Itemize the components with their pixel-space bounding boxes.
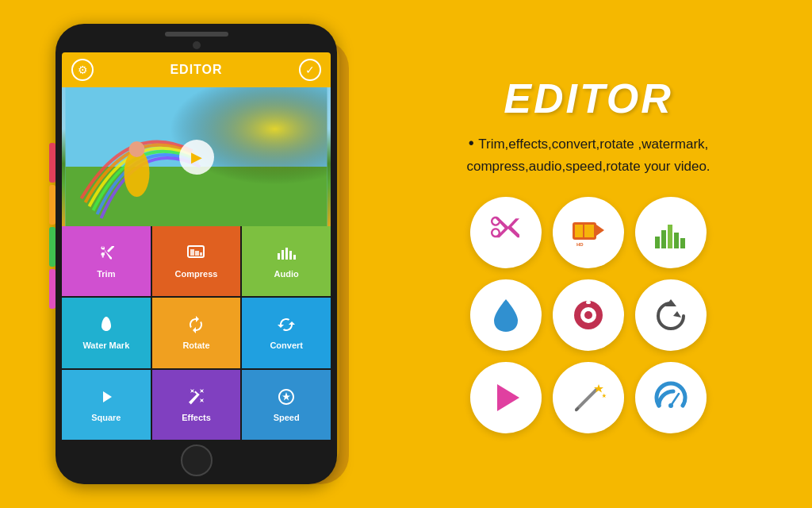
- svg-rect-6: [190, 249, 194, 256]
- convert-icon: [277, 315, 296, 337]
- feature-replay-circle: [635, 279, 707, 351]
- svg-marker-14: [103, 391, 112, 402]
- rotate-label: Rotate: [182, 341, 209, 350]
- video-preview[interactable]: ▶: [62, 87, 331, 226]
- svg-rect-24: [680, 238, 685, 248]
- feature-scissors-circle: [470, 197, 542, 268]
- speed-icon-phone: [277, 387, 296, 410]
- audio-button[interactable]: Audio: [242, 226, 331, 296]
- feature-play-circle: [470, 362, 542, 433]
- replay-icon: [651, 295, 691, 335]
- svg-rect-20: [655, 237, 660, 248]
- confirm-icon[interactable]: ✓: [299, 59, 321, 81]
- feature-audio-circle: [635, 197, 707, 268]
- record-icon: [569, 295, 608, 335]
- trim-icon: [97, 244, 116, 266]
- effects-label: Effects: [182, 413, 211, 422]
- svg-marker-18: [596, 225, 604, 236]
- svg-marker-35: [602, 393, 607, 398]
- convert-button[interactable]: Convert: [242, 298, 331, 368]
- rotate-icon: [186, 315, 205, 337]
- square-icon: [97, 387, 116, 410]
- gauge-icon: [651, 378, 691, 418]
- svg-line-32: [576, 390, 596, 410]
- phone-home-button[interactable]: [181, 444, 213, 476]
- svg-marker-30: [673, 311, 681, 318]
- effects-button[interactable]: Effects: [152, 370, 241, 440]
- water-drop-icon: [486, 295, 526, 335]
- compress-label: Compress: [175, 269, 218, 279]
- svg-line-37: [671, 394, 679, 406]
- magic-wand-icon: [569, 378, 608, 418]
- svg-rect-21: [661, 230, 666, 248]
- square-label: Square: [91, 413, 121, 422]
- compress-button[interactable]: Compress: [152, 226, 241, 296]
- phone-camera: [193, 41, 201, 49]
- phone-header: ⚙ EDITOR ✓: [62, 52, 331, 87]
- info-section: EDITOR Trim,effects,convert,rotate ,wate…: [365, 75, 780, 433]
- watermark-label: Water Mark: [82, 341, 129, 350]
- convert-label: Convert: [270, 341, 303, 350]
- play-icon: [486, 378, 526, 418]
- square-button[interactable]: Square: [62, 370, 151, 440]
- phone-speaker: [165, 32, 228, 37]
- trim-button[interactable]: Trim: [62, 226, 151, 296]
- strip-2: [49, 185, 56, 225]
- phone-section: ⚙ EDITOR ✓: [32, 16, 365, 492]
- svg-rect-11: [285, 248, 288, 260]
- trim-label: Trim: [97, 269, 115, 279]
- strip-3: [49, 227, 56, 267]
- svg-rect-23: [674, 233, 679, 248]
- audio-bars-icon: [651, 213, 691, 252]
- svg-rect-12: [289, 251, 292, 260]
- phone-header-title: EDITOR: [170, 63, 222, 77]
- svg-rect-9: [278, 253, 280, 260]
- speed-label: Speed: [274, 413, 300, 422]
- scissors-icon: [486, 213, 526, 252]
- settings-icon[interactable]: ⚙: [71, 59, 94, 81]
- effects-icon: [186, 387, 205, 410]
- svg-point-27: [584, 311, 592, 319]
- strip-1: [49, 143, 56, 183]
- strip-4: [49, 269, 56, 309]
- audio-label: Audio: [274, 269, 299, 279]
- phone-strips: [49, 143, 56, 309]
- svg-rect-22: [668, 225, 672, 248]
- svg-rect-8: [200, 252, 202, 256]
- svg-rect-28: [586, 301, 591, 304]
- svg-point-4: [129, 141, 145, 157]
- svg-rect-13: [293, 255, 296, 260]
- audio-icon: [277, 244, 296, 266]
- svg-rect-16: [575, 225, 583, 237]
- phone-device: ⚙ EDITOR ✓: [56, 24, 337, 484]
- feature-convert-circle: HD: [553, 197, 624, 268]
- svg-rect-10: [282, 250, 284, 260]
- feature-water-circle: [470, 279, 542, 351]
- compress-icon: [186, 244, 205, 266]
- feature-gauge-circle: [635, 362, 707, 433]
- video-play-button[interactable]: ▶: [179, 140, 214, 175]
- svg-rect-7: [195, 251, 199, 256]
- info-description: Trim,effects,convert,rotate ,watermark,c…: [466, 130, 710, 177]
- phone-grid: Trim Compress Audio Water Mark: [62, 226, 331, 440]
- feature-record-circle: [553, 279, 624, 351]
- svg-rect-17: [584, 225, 594, 237]
- info-title: EDITOR: [504, 75, 673, 122]
- watermark-button[interactable]: Water Mark: [62, 298, 151, 368]
- feature-icon-grid: HD: [470, 197, 707, 433]
- watermark-icon: [97, 315, 116, 337]
- svg-text:HD: HD: [576, 242, 584, 247]
- feature-magic-circle: [553, 362, 624, 433]
- speed-button[interactable]: Speed: [242, 370, 331, 440]
- rotate-button[interactable]: Rotate: [152, 298, 241, 368]
- video-convert-icon: HD: [569, 213, 608, 252]
- svg-marker-31: [497, 384, 519, 411]
